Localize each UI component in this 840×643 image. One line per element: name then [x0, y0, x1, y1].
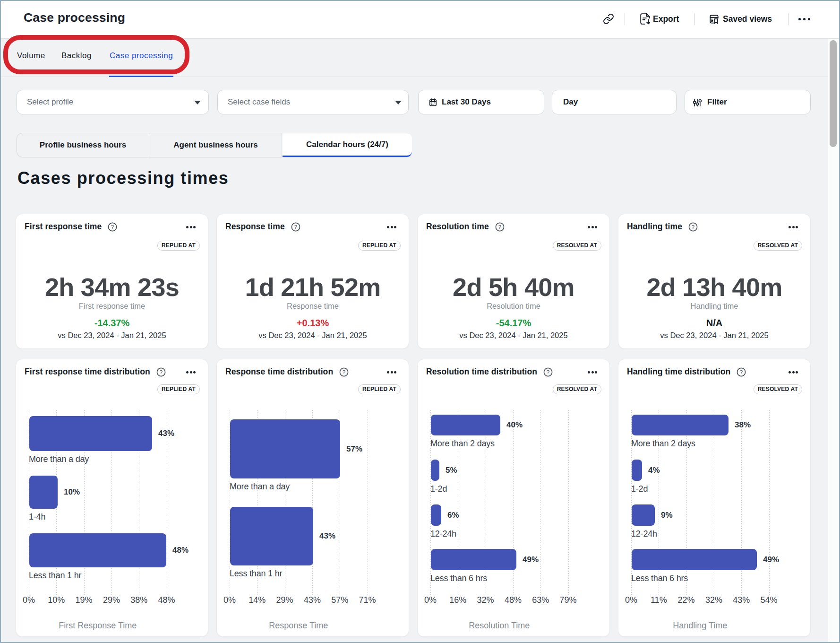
svg-text:?: ? [740, 369, 743, 375]
svg-text:?: ? [294, 224, 297, 230]
svg-text:?: ? [547, 369, 549, 375]
svg-text:?: ? [343, 369, 345, 375]
svg-text:?: ? [111, 224, 114, 230]
svg-text:?: ? [498, 224, 501, 230]
svg-text:?: ? [160, 369, 163, 375]
svg-text:?: ? [692, 224, 694, 230]
